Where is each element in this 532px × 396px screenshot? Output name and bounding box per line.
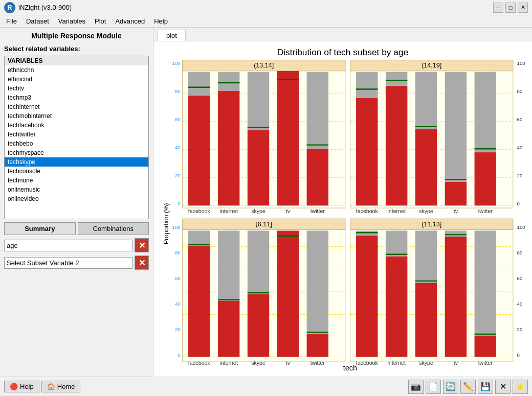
svg-text:40: 40 (175, 145, 181, 150)
help-button[interactable]: 🔴 Help (4, 381, 39, 392)
var-techconsole[interactable]: techconsole (5, 167, 148, 176)
var-techbebo[interactable]: techbebo (5, 139, 148, 148)
svg-text:internet: internet (219, 208, 237, 214)
svg-text:tv: tv (454, 208, 458, 214)
combinations-button[interactable]: Combinations (78, 222, 149, 235)
subset2-clear-button[interactable]: ✕ (135, 255, 149, 270)
menu-variables[interactable]: Variables (54, 16, 90, 26)
title-bar: R iNZight (v3.0-900) ─ □ ✕ (0, 0, 532, 15)
svg-rect-136 (475, 230, 496, 335)
plot-tab[interactable]: plot (158, 30, 186, 41)
svg-text:20: 20 (517, 327, 523, 332)
camera-button[interactable]: 📷 (408, 380, 424, 394)
subset1-select[interactable]: age (4, 240, 132, 251)
var-onlinemusic[interactable]: onlinemusic (5, 185, 148, 194)
app-title: iNZight (v3.0-900) (18, 4, 72, 11)
close-icon-button[interactable]: ✕ (495, 380, 511, 394)
svg-text:80: 80 (175, 88, 181, 94)
svg-rect-65 (356, 98, 378, 205)
svg-text:80: 80 (517, 250, 523, 255)
svg-rect-68 (386, 86, 407, 205)
bottom-right: 📷 📄 🔄 ✏️ 💾 ✕ ★ (408, 380, 528, 394)
menu-help[interactable]: Help (150, 16, 172, 26)
svg-text:40: 40 (175, 301, 181, 307)
menu-bar: File Dataset Variables Plot Advanced Hel… (0, 15, 532, 28)
svg-text:20: 20 (175, 327, 181, 332)
menu-file[interactable]: File (2, 16, 21, 26)
svg-rect-77 (475, 152, 496, 205)
var-onlinevideo[interactable]: onlinevideo (5, 194, 148, 203)
star-button[interactable]: ★ (513, 380, 528, 394)
svg-text:tv: tv (286, 208, 291, 214)
refresh-button[interactable]: 🔄 (443, 380, 458, 394)
svg-rect-103 (277, 230, 299, 357)
var-techskype[interactable]: techskype (5, 157, 148, 167)
svg-text:100: 100 (172, 224, 181, 230)
subset1-row: age ✕ (4, 238, 149, 252)
svg-rect-42 (248, 130, 269, 206)
edit-button[interactable]: ✏️ (460, 380, 476, 394)
svg-rect-129 (415, 283, 437, 357)
var-techfacebook[interactable]: techfacebook (5, 121, 148, 130)
svg-rect-71 (415, 129, 437, 206)
var-techmyspace[interactable]: techmyspace (5, 148, 148, 157)
svg-text:100: 100 (517, 60, 525, 66)
svg-text:80: 80 (517, 88, 523, 94)
svg-rect-130 (415, 230, 437, 283)
svg-text:0: 0 (517, 201, 520, 206)
plot-tab-bar: plot (153, 28, 532, 41)
svg-rect-66 (356, 72, 378, 98)
svg-rect-107 (307, 230, 328, 334)
var-technone[interactable]: technone (5, 176, 148, 185)
menu-advanced[interactable]: Advanced (111, 16, 149, 26)
select-label: Select related variables: (4, 45, 149, 53)
svg-text:twitter: twitter (311, 208, 325, 214)
var-techtv[interactable]: techtv (5, 84, 148, 93)
svg-text:0: 0 (517, 352, 520, 358)
svg-rect-101 (248, 230, 269, 294)
svg-rect-45 (277, 71, 299, 205)
title-bar-left: R iNZight (v3.0-900) (4, 2, 72, 13)
menu-plot[interactable]: Plot (91, 16, 110, 26)
home-label: Home (57, 383, 75, 390)
svg-text:internet: internet (387, 360, 405, 366)
title-bar-controls: ─ □ ✕ (493, 3, 528, 13)
menu-dataset[interactable]: Dataset (22, 16, 53, 26)
svg-text:20: 20 (175, 173, 181, 178)
subset1-clear-button[interactable]: ✕ (135, 238, 149, 252)
svg-text:skype: skype (419, 208, 433, 214)
var-techtwitter[interactable]: techtwitter (5, 130, 148, 139)
var-ethnicchn[interactable]: ethnicchn (5, 65, 148, 75)
close-button[interactable]: ✕ (518, 3, 528, 13)
minimize-button[interactable]: ─ (493, 3, 503, 13)
svg-text:0: 0 (178, 352, 180, 358)
svg-text:100: 100 (172, 60, 181, 66)
home-button[interactable]: 🏠 Home (41, 381, 81, 392)
new-button[interactable]: 📄 (426, 380, 441, 394)
svg-text:twitter: twitter (478, 360, 493, 366)
right-panel: plot Distribution of tech subset by age … (153, 28, 532, 377)
var-techinternet[interactable]: techinternet (5, 102, 148, 111)
summary-button[interactable]: Summary (4, 222, 76, 235)
svg-text:60: 60 (517, 117, 523, 122)
subset2-select[interactable]: Select Subset Variable 2 (4, 257, 132, 269)
plot-area: Distribution of tech subset by age Propo… (153, 41, 532, 377)
var-techmp3[interactable]: techmp3 (5, 93, 148, 102)
variables-list[interactable]: VARIABLES ethnicchn ethnicind techtv tec… (4, 56, 149, 219)
left-panel: Multiple Response Module Select related … (0, 28, 153, 377)
svg-rect-37 (188, 72, 210, 96)
save-button[interactable]: 💾 (478, 380, 493, 394)
svg-text:60: 60 (175, 275, 181, 281)
svg-text:internet: internet (219, 360, 237, 366)
svg-text:60: 60 (517, 275, 523, 281)
svg-text:(14,19]: (14,19] (422, 62, 441, 69)
svg-text:(13,14]: (13,14] (254, 62, 274, 69)
help-label: Help (20, 383, 34, 390)
svg-text:40: 40 (517, 145, 523, 150)
var-techmobinternet[interactable]: techmobinternet (5, 111, 148, 121)
maximize-button[interactable]: □ (505, 3, 516, 13)
var-ethnicind[interactable]: ethnicind (5, 75, 148, 84)
svg-rect-106 (307, 334, 328, 357)
svg-text:facebook: facebook (188, 360, 211, 366)
svg-text:Proportion (%): Proportion (%) (163, 203, 170, 245)
